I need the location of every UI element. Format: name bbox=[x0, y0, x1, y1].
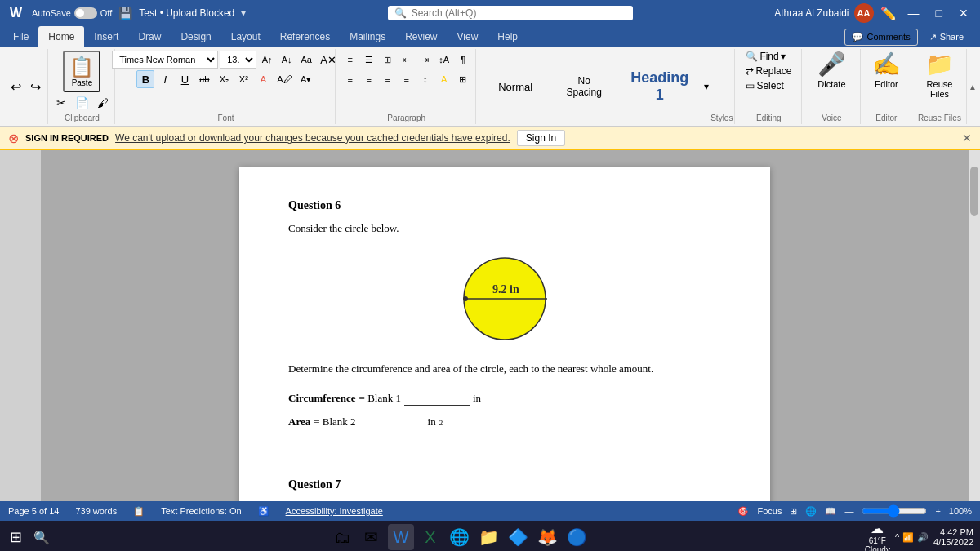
taskbar-chrome[interactable]: 🔵 bbox=[564, 524, 590, 550]
tab-review[interactable]: Review bbox=[395, 26, 447, 47]
taskbar-excel[interactable]: X bbox=[417, 524, 443, 550]
view-read-icon[interactable]: 📖 bbox=[825, 506, 836, 517]
tab-draw[interactable]: Draw bbox=[128, 26, 171, 47]
decrease-indent-button[interactable]: ⇤ bbox=[398, 51, 416, 69]
cut-button[interactable]: ✂ bbox=[52, 94, 70, 112]
view-print-icon[interactable]: ⊞ bbox=[790, 506, 797, 517]
taskbar-folders[interactable]: 📁 bbox=[476, 524, 502, 550]
scroll-thumb[interactable] bbox=[970, 167, 978, 216]
restore-button[interactable]: □ bbox=[931, 5, 947, 21]
ribbon-collapse[interactable]: ▲ bbox=[969, 49, 977, 124]
align-right-button[interactable]: ≡ bbox=[379, 70, 397, 88]
search-input[interactable] bbox=[412, 7, 626, 19]
format-painter-button[interactable]: 🖌 bbox=[94, 94, 112, 112]
minimize-button[interactable]: — bbox=[903, 5, 924, 21]
style-heading1[interactable]: Heading 1 bbox=[620, 65, 699, 108]
shading-button[interactable]: A bbox=[435, 70, 453, 88]
focus-label[interactable]: Focus bbox=[757, 506, 782, 516]
taskbar-explorer[interactable]: 🗂 bbox=[329, 524, 355, 550]
tab-references[interactable]: References bbox=[270, 26, 340, 47]
tab-design[interactable]: Design bbox=[171, 26, 220, 47]
search-icon: 🔍 bbox=[394, 7, 407, 19]
notification-close-icon[interactable]: ⊗ bbox=[8, 131, 19, 146]
circumference-input[interactable] bbox=[404, 392, 470, 406]
reuse-files-label: Reuse Files bbox=[918, 112, 961, 122]
redo-button[interactable]: ↪ bbox=[26, 78, 44, 96]
decrease-font-button[interactable]: A↓ bbox=[278, 51, 296, 69]
font-family-select[interactable]: Times New Roman bbox=[112, 51, 218, 69]
search-taskbar-button[interactable]: 🔍 bbox=[29, 524, 55, 550]
subscript-button[interactable]: X₂ bbox=[215, 70, 233, 88]
line-spacing-button[interactable]: ↕ bbox=[416, 70, 434, 88]
no-spacing-style-label: No Spacing bbox=[562, 75, 606, 98]
taskbar-edge[interactable]: 🔷 bbox=[506, 524, 532, 550]
strikethrough-button[interactable]: ab bbox=[195, 70, 213, 88]
borders-button[interactable]: ⊞ bbox=[454, 70, 472, 88]
find-button[interactable]: 🔍 Find ▾ bbox=[746, 51, 791, 62]
find-icon: 🔍 bbox=[746, 51, 758, 62]
tab-view[interactable]: View bbox=[448, 26, 488, 47]
bullets-button[interactable]: ≡ bbox=[341, 51, 359, 69]
replace-button[interactable]: ⇄ Replace bbox=[746, 65, 791, 77]
tab-insert[interactable]: Insert bbox=[84, 26, 128, 47]
numbering-button[interactable]: ☰ bbox=[360, 51, 378, 69]
select-button[interactable]: ▭ Select bbox=[746, 80, 791, 91]
find-dropdown[interactable]: ▾ bbox=[781, 51, 786, 62]
notification-dismiss-button[interactable]: ✕ bbox=[962, 131, 972, 144]
paragraph-group: ≡ ☰ ⊞ ⇤ ⇥ ↕A ¶ ≡ ≡ ≡ ≡ ↕ A ⊞ P bbox=[337, 49, 476, 124]
svg-point-2 bbox=[463, 296, 468, 301]
superscript-button[interactable]: X² bbox=[234, 70, 252, 88]
dropdown-arrow[interactable]: ▾ bbox=[241, 7, 246, 19]
align-center-button[interactable]: ≡ bbox=[360, 70, 378, 88]
taskbar-browser[interactable]: 🌐 bbox=[447, 524, 473, 550]
clear-format-button[interactable]: A✕ bbox=[317, 51, 340, 69]
taskbar-firefox[interactable]: 🦊 bbox=[535, 524, 561, 550]
styles-dropdown-button[interactable]: ▾ bbox=[702, 79, 710, 94]
tab-file[interactable]: File bbox=[3, 26, 38, 47]
pen-icon[interactable]: ✏️ bbox=[880, 6, 897, 21]
clock-date: 4/15/2022 bbox=[933, 537, 973, 547]
zoom-slider[interactable] bbox=[862, 504, 927, 518]
increase-indent-button[interactable]: ⇥ bbox=[416, 51, 434, 69]
style-normal[interactable]: Normal bbox=[483, 77, 548, 97]
tab-mailings[interactable]: Mailings bbox=[340, 26, 395, 47]
italic-button[interactable]: I bbox=[156, 70, 174, 88]
autosave-toggle[interactable] bbox=[74, 7, 97, 19]
close-button[interactable]: ✕ bbox=[954, 5, 973, 21]
zoom-plus[interactable]: + bbox=[935, 506, 940, 516]
tray-arrow[interactable]: ^ bbox=[895, 532, 899, 542]
style-no-spacing[interactable]: No Spacing bbox=[551, 71, 617, 102]
paste-button[interactable]: 📋 Paste bbox=[63, 51, 100, 92]
change-case-button[interactable]: Aa bbox=[297, 51, 315, 69]
document-area[interactable]: Question 6 Consider the circle below. 9.… bbox=[41, 150, 969, 501]
font-color-button[interactable]: A bbox=[254, 70, 272, 88]
tab-layout[interactable]: Layout bbox=[221, 26, 270, 47]
tab-home[interactable]: Home bbox=[38, 26, 84, 47]
highlight-button[interactable]: A🖊 bbox=[274, 70, 295, 88]
comments-button[interactable]: 💬 Comments bbox=[844, 29, 917, 46]
tab-help[interactable]: Help bbox=[488, 26, 528, 47]
multilevel-button[interactable]: ⊞ bbox=[379, 51, 397, 69]
undo-button[interactable]: ↩ bbox=[7, 78, 24, 96]
para-row1: ≡ ☰ ⊞ ⇤ ⇥ ↕A ¶ bbox=[341, 51, 472, 69]
underline-button[interactable]: U bbox=[176, 70, 194, 88]
accessibility-label[interactable]: Accessibility: Investigate bbox=[286, 506, 383, 516]
start-button[interactable]: ⊞ bbox=[7, 525, 25, 549]
copy-button[interactable]: 📄 bbox=[72, 94, 92, 112]
bold-button[interactable]: B bbox=[136, 70, 154, 88]
text-color-button[interactable]: A▾ bbox=[297, 70, 315, 88]
sort-button[interactable]: ↕A bbox=[435, 51, 453, 69]
increase-font-button[interactable]: A↑ bbox=[258, 51, 276, 69]
justify-button[interactable]: ≡ bbox=[398, 70, 416, 88]
zoom-level[interactable]: 100% bbox=[949, 506, 972, 516]
right-scrollbar[interactable] bbox=[969, 150, 980, 501]
share-button[interactable]: ↗ Share bbox=[923, 29, 970, 45]
font-size-select[interactable]: 13.5 bbox=[220, 51, 256, 69]
show-paragraph-button[interactable]: ¶ bbox=[454, 51, 472, 69]
taskbar-word[interactable]: W bbox=[388, 524, 414, 550]
align-left-button[interactable]: ≡ bbox=[341, 70, 359, 88]
area-input[interactable] bbox=[359, 415, 425, 429]
taskbar-mail[interactable]: ✉ bbox=[359, 524, 385, 550]
sign-in-button[interactable]: Sign In bbox=[517, 130, 565, 146]
view-web-icon[interactable]: 🌐 bbox=[805, 506, 817, 517]
